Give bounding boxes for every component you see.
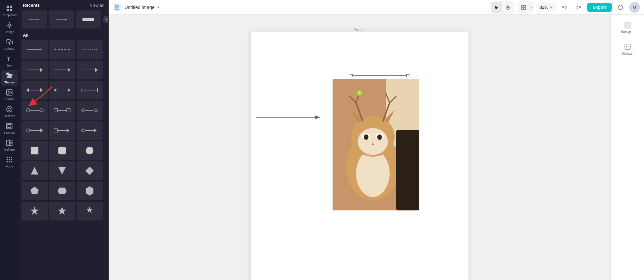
shape-diamond-handle-arrow[interactable] (77, 101, 103, 120)
shape-solid-line[interactable] (21, 40, 48, 59)
shape-square-handle-arrow[interactable] (49, 101, 75, 120)
svg-marker-62 (81, 109, 85, 112)
icon-nav: Templates Design Upload T Text Shapes Ph… (0, 0, 19, 280)
nav-templates[interactable]: Templates (1, 3, 18, 19)
svg-rect-121 (625, 22, 631, 28)
svg-rect-25 (11, 157, 12, 158)
nav-shapes[interactable]: Shapes (1, 70, 18, 86)
svg-point-102 (356, 150, 390, 197)
export-button[interactable]: Export (587, 3, 612, 12)
svg-rect-61 (67, 109, 70, 112)
svg-marker-46 (95, 68, 98, 72)
svg-point-4 (8, 24, 10, 26)
svg-marker-70 (67, 128, 69, 132)
panel-header: Recents View all (19, 0, 108, 9)
svg-rect-2 (7, 9, 9, 11)
svg-rect-11 (6, 73, 9, 75)
shape-arrow-right[interactable] (21, 61, 48, 79)
shapes-row-1 (21, 40, 105, 59)
svg-point-58 (40, 109, 43, 112)
svg-marker-64 (94, 109, 98, 112)
shape-dotted-arrow[interactable] (77, 61, 103, 79)
shape-square-end-arrow[interactable] (49, 121, 75, 140)
nav-frames[interactable]: Frames (1, 120, 18, 136)
svg-marker-82 (86, 186, 94, 195)
shield-btn[interactable] (615, 2, 626, 13)
svg-marker-71 (81, 129, 85, 132)
canvas-page[interactable] (251, 32, 468, 280)
svg-marker-77 (31, 167, 39, 175)
svg-text:T: T (7, 56, 10, 62)
shape-dotted-line[interactable] (77, 40, 103, 59)
svg-point-12 (10, 74, 12, 76)
nav-design[interactable]: Design (1, 19, 18, 36)
svg-rect-91 (524, 5, 526, 7)
canvas-arrow[interactable] (254, 112, 321, 124)
shapes-row-2 (21, 61, 105, 79)
view-all-link[interactable]: View all (90, 3, 104, 8)
svg-rect-96 (406, 74, 409, 77)
svg-rect-30 (9, 161, 10, 163)
shape-circle[interactable] (77, 141, 103, 160)
recent-thumb-1[interactable] (22, 10, 47, 29)
canvas-scroll[interactable]: Page 1 (109, 15, 610, 280)
cursor-tool-btn[interactable] (491, 2, 502, 13)
nav-photos[interactable]: Photos (1, 87, 18, 103)
cat-image[interactable] (333, 79, 419, 210)
shape-diamond[interactable] (77, 161, 103, 180)
shape-triangle-down[interactable] (49, 161, 75, 180)
recent-shapes-row: › (19, 9, 108, 31)
undo-btn[interactable] (559, 2, 570, 13)
nav-collage[interactable]: Collage (1, 137, 18, 153)
nav-shapes-label: Shapes (4, 80, 15, 84)
redo-btn[interactable] (573, 2, 584, 13)
recent-next-btn[interactable]: › (103, 16, 108, 23)
shape-double-arrow[interactable] (21, 81, 48, 99)
shape-triangle-up[interactable] (21, 161, 48, 180)
shape-diamond-end-arrow[interactable] (77, 121, 103, 140)
svg-point-110 (377, 134, 382, 140)
shape-circle-end-arrow[interactable] (21, 121, 48, 140)
recent-thumb-2[interactable] (49, 10, 74, 29)
shape-bar-arrow[interactable] (77, 81, 103, 99)
shape-hexagon-flat[interactable] (49, 182, 75, 200)
svg-rect-37 (83, 18, 94, 21)
svg-rect-90 (522, 5, 523, 7)
hand-tool-btn[interactable] (503, 2, 513, 13)
svg-marker-81 (57, 188, 66, 194)
shape-hexagon-point[interactable] (77, 182, 103, 200)
zoom-control[interactable]: 82% (537, 3, 556, 11)
nav-text[interactable]: T Text (1, 53, 18, 69)
shape-star-1[interactable] (21, 202, 48, 221)
svg-marker-98 (315, 115, 320, 119)
shape-circle-handle-arrow[interactable] (21, 101, 48, 120)
svg-point-17 (10, 108, 11, 109)
shape-square[interactable] (21, 141, 48, 160)
background-btn[interactable]: Backgr... (614, 17, 641, 38)
nav-stickers[interactable]: Stickers (1, 104, 18, 120)
recent-thumb-3[interactable] (76, 10, 101, 29)
top-bar: Untitled image 82% (109, 0, 644, 15)
shape-pentagon[interactable] (21, 182, 48, 200)
grid-view-btn[interactable] (518, 2, 529, 13)
svg-rect-94 (350, 74, 353, 77)
svg-point-15 (7, 107, 12, 112)
left-panel: Recents View all › All (19, 0, 108, 280)
shape-rounded-square[interactable] (49, 141, 75, 160)
shape-arrow-right-2[interactable] (49, 61, 75, 79)
user-avatar[interactable]: U (629, 2, 640, 13)
doc-title[interactable]: Untitled image (125, 5, 161, 10)
nav-apps-label: Apps (6, 164, 13, 168)
shape-star-3[interactable] (77, 202, 103, 221)
svg-marker-85 (87, 206, 93, 213)
svg-marker-80 (31, 187, 39, 195)
nav-upload[interactable]: Upload (1, 36, 18, 52)
nav-apps[interactable]: Apps (1, 154, 18, 170)
svg-rect-27 (9, 159, 10, 160)
resize-btn[interactable]: Resize (614, 39, 641, 59)
shape-dotted-double-arrow[interactable] (49, 81, 75, 99)
svg-point-56 (27, 109, 30, 112)
shape-star-2[interactable] (49, 202, 75, 221)
shape-dashed-line[interactable] (49, 40, 75, 59)
svg-marker-78 (58, 167, 66, 175)
